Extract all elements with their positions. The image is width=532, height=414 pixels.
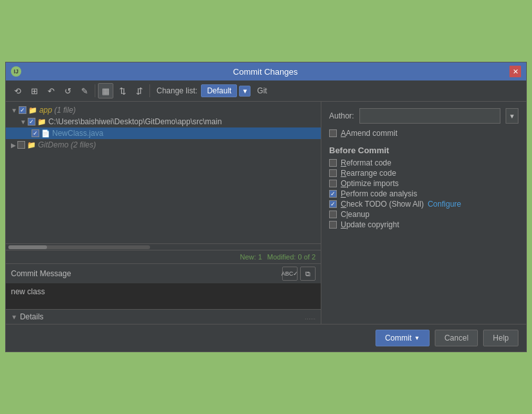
file-tree: ▼ ✓ 📁 app (1 file) ▼ ✓ 📁 C:\Users\baishi… (6, 102, 321, 243)
commit-button[interactable]: Commit ▼ (375, 330, 430, 346)
src-path-label: C:\Users\baishiwei\Desktop\GitDemo\app\s… (48, 117, 222, 126)
amend-label: AAmend commit (341, 129, 397, 138)
scrollbar-thumb (8, 245, 47, 249)
optimize-checkbox[interactable] (329, 180, 337, 187)
spellcheck-icon: ABC✓ (281, 270, 299, 277)
analysis-checkbox[interactable]: ✓ (329, 190, 337, 198)
title-bar: IJ Commit Changes ✕ (6, 62, 526, 80)
details-label: Details (20, 312, 44, 321)
details-dots: ...... (305, 314, 316, 321)
todo-checkbox[interactable]: ✓ (329, 200, 337, 208)
copy-icon: ⧉ (305, 270, 310, 278)
changelist-dropdown-button[interactable]: ▼ (239, 86, 251, 97)
gitdemo-label: GitDemo (2 files) (38, 140, 96, 149)
option-row-analysis: ✓ Perform code analysis (329, 189, 518, 199)
option-row-copyright: Update copyright (329, 220, 518, 230)
help-button[interactable]: Help (483, 330, 518, 346)
separator2 (149, 84, 150, 97)
git-label: Git (257, 86, 267, 95)
tree-item-app[interactable]: ▼ ✓ 📁 app (1 file) (6, 104, 321, 116)
copy-button[interactable]: ⧉ (300, 267, 316, 281)
sort-desc-icon[interactable]: ⇵ (131, 83, 147, 99)
left-panel: ▼ ✓ 📁 app (1 file) ▼ ✓ 📁 C:\Users\baishi… (6, 102, 321, 324)
reformat-checkbox[interactable] (329, 159, 337, 167)
amend-row: AAmend commit (329, 129, 518, 138)
newclass-label: NewClass.java (52, 129, 103, 138)
sort-asc-icon[interactable]: ⇅ (115, 83, 130, 99)
amend-checkbox[interactable] (329, 129, 337, 137)
rearrange-label: Rearrange code (341, 169, 396, 178)
commit-message-input[interactable]: new class (6, 283, 321, 309)
author-row: Author: ▼ (329, 108, 518, 124)
commit-msg-tools: ABC✓ ⧉ (282, 267, 316, 281)
arrow-icon3: ▶ (11, 142, 16, 149)
new-count: New: 1 (240, 253, 262, 261)
spellcheck-button[interactable]: ABC✓ (282, 267, 298, 281)
dialog-title: Commit Changes (21, 67, 509, 77)
folder-icon2: 📁 (37, 118, 46, 126)
refresh-icon[interactable]: ⟲ (10, 83, 25, 99)
cleanup-label: Cleanup (341, 210, 370, 219)
separator (95, 84, 95, 97)
tree-item-srcpath[interactable]: ▼ ✓ 📁 C:\Users\baishiwei\Desktop\GitDemo… (6, 116, 321, 127)
scrollbar-track (8, 245, 150, 249)
modified-count: Modified: 0 of 2 (267, 253, 316, 261)
commit-msg-label: Commit Message (11, 269, 71, 278)
option-row-optimize: Optimize imports (329, 178, 518, 189)
option-row-todo: ✓ Check TODO (Show All) Configure (329, 199, 518, 209)
tree-item-newclass[interactable]: ✓ 📄 NewClass.java (6, 127, 321, 139)
arrow-icon: ▼ (11, 107, 17, 114)
commit-dialog: IJ Commit Changes ✕ ⟲ ⊞ ↶ ↺ ✎ ▦ ⇅ ⇵ Chan… (5, 62, 527, 352)
arrow-icon2: ▼ (20, 118, 26, 126)
commit-arrow-icon: ▼ (414, 335, 420, 341)
changelist-button[interactable]: Default (201, 84, 237, 97)
diff-icon[interactable]: ✎ (77, 83, 92, 99)
close-button[interactable]: ✕ (509, 66, 521, 77)
checkbox-app[interactable]: ✓ (19, 106, 26, 114)
bottom-bar: Commit ▼ Cancel Help (6, 324, 526, 352)
app-folder-label: app (1 file) (39, 106, 76, 115)
undo-icon[interactable]: ↺ (60, 83, 75, 99)
move-to-changelist-icon[interactable]: ⊞ (26, 83, 42, 99)
cancel-button[interactable]: Cancel (435, 330, 478, 346)
rearrange-checkbox[interactable] (329, 169, 337, 177)
view-mode-icon[interactable]: ▦ (98, 83, 113, 99)
author-input[interactable] (359, 108, 500, 124)
copyright-checkbox[interactable] (329, 221, 337, 229)
folder-icon: 📁 (28, 106, 37, 115)
horizontal-scrollbar[interactable] (6, 243, 321, 250)
right-panel: Author: ▼ AAmend commit Before Commit Re… (321, 102, 526, 324)
commit-msg-header: Commit Message ABC✓ ⧉ (6, 264, 321, 283)
folder-icon3: 📁 (27, 141, 36, 149)
checkbox-src[interactable]: ✓ (28, 118, 35, 126)
todo-label: Check TODO (Show All) (341, 200, 424, 209)
before-commit-section: Before Commit Reformat code Rearrange co… (329, 143, 518, 230)
checkbox-gitdemo[interactable] (17, 141, 25, 149)
configure-link[interactable]: Configure (428, 200, 461, 209)
rollback-icon[interactable]: ↶ (43, 83, 59, 99)
before-commit-title: Before Commit (329, 146, 518, 155)
stats-bar: New: 1 Modified: 0 of 2 (6, 250, 321, 263)
java-file-icon: 📄 (41, 129, 50, 138)
details-arrow-icon: ▼ (11, 314, 17, 321)
reformat-label: Reformat code (341, 158, 392, 167)
main-content: ▼ ✓ 📁 app (1 file) ▼ ✓ 📁 C:\Users\baishi… (6, 102, 526, 324)
author-label: Author: (329, 111, 354, 120)
toolbar: ⟲ ⊞ ↶ ↺ ✎ ▦ ⇅ ⇵ Change list: Default ▼ G… (6, 80, 526, 102)
option-row-cleanup: Cleanup (329, 209, 518, 220)
app-icon: IJ (11, 66, 21, 77)
analysis-label: Perform code analysis (341, 189, 417, 198)
changelist-label: Change list: (157, 86, 197, 95)
details-bar[interactable]: ▼ Details ...... (6, 309, 321, 324)
cleanup-checkbox[interactable] (329, 211, 337, 218)
author-dropdown-button[interactable]: ▼ (506, 108, 518, 124)
optimize-label: Optimize imports (341, 179, 399, 188)
copyright-label: Update copyright (341, 220, 399, 229)
option-row-reformat: Reformat code (329, 158, 518, 168)
commit-message-section: Commit Message ABC✓ ⧉ new class (6, 263, 321, 309)
option-row-rearrange: Rearrange code (329, 168, 518, 178)
tree-item-gitdemo[interactable]: ▶ 📁 GitDemo (2 files) (6, 139, 321, 151)
checkbox-newclass[interactable]: ✓ (32, 129, 39, 137)
